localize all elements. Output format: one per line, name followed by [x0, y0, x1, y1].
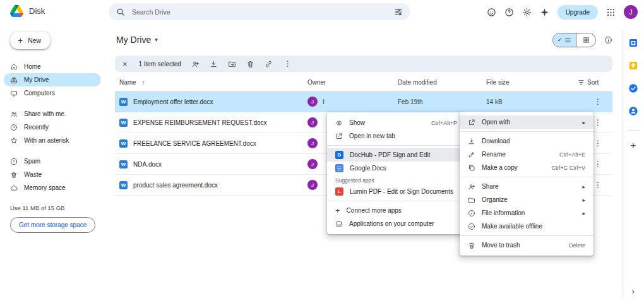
file-name: product sales agreement.docx: [133, 182, 218, 189]
new-button[interactable]: + New: [10, 32, 51, 49]
lumin-pdf-icon: L: [335, 187, 343, 196]
tasks-icon[interactable]: [628, 83, 638, 93]
calendar-icon[interactable]: [628, 38, 638, 48]
file-name: EXPENSE REIMBURSEMENT REQUEST.docx: [133, 119, 267, 126]
menu-item-share[interactable]: Share ▸: [460, 180, 593, 193]
row-more-icon[interactable]: ⋮: [592, 138, 604, 149]
sidebar: + New Home My Drive Computers Share with…: [0, 25, 109, 301]
sidebar-item-label: Spam: [24, 158, 40, 165]
sidebar-item-home[interactable]: Home: [4, 60, 101, 73]
apps-grid-icon[interactable]: [606, 8, 616, 17]
sidebar-item-trash[interactable]: Waste: [4, 168, 101, 181]
sidebar-item-my-drive[interactable]: My Drive: [4, 73, 101, 86]
offline-check-icon: [468, 223, 475, 230]
download-icon[interactable]: [210, 60, 218, 68]
menu-item-file-information[interactable]: File information ▸: [460, 206, 593, 220]
keep-icon[interactable]: [628, 61, 638, 71]
sidebar-item-label: With an asterisk: [24, 137, 69, 144]
search-bar[interactable]: [109, 3, 410, 20]
menu-item-apps-on-your-computer[interactable]: Applications on your computer: [327, 217, 465, 230]
menu-item-organize[interactable]: Organize ▸: [460, 193, 593, 206]
details-info-icon[interactable]: [604, 36, 612, 44]
column-header-name[interactable]: Name ↑: [115, 79, 306, 86]
sidebar-item-shared-with-me[interactable]: Share with me.: [4, 107, 101, 121]
shortcut-label: Ctrl+Alt+P: [417, 120, 457, 126]
trash-icon[interactable]: [246, 60, 254, 68]
drive-logo[interactable]: Disk: [10, 5, 45, 17]
owner-avatar: J: [307, 159, 318, 169]
search-options-icon[interactable]: [394, 8, 403, 16]
link-icon[interactable]: [265, 60, 273, 68]
upgrade-button[interactable]: Upgrade: [558, 5, 598, 20]
file-name: FREELANCE SERVICE AGREEMENT.docx: [133, 140, 256, 147]
row-more-icon[interactable]: ⋮: [592, 117, 604, 128]
column-header-file-size[interactable]: File size: [486, 79, 578, 86]
menu-item-open-with[interactable]: Open with ▸: [460, 115, 593, 129]
menu-item-open-in-new-tab[interactable]: Open in new tab: [327, 129, 465, 143]
suggested-apps-label: Suggested apps: [327, 175, 465, 185]
column-header-owner[interactable]: Owner: [306, 79, 398, 86]
menu-item-make-available-offline[interactable]: Make available offline: [460, 220, 593, 233]
menu-item-lumin-pdf[interactable]: L Lumin PDF - Edit or Sign Documents: [327, 185, 465, 198]
menu-item-rename[interactable]: Rename Ctrl+Alt+E: [460, 148, 593, 161]
move-to-folder-icon[interactable]: [228, 60, 236, 68]
sidebar-item-recent[interactable]: Recently: [4, 121, 101, 134]
search-icon[interactable]: [116, 8, 125, 16]
menu-item-move-to-trash[interactable]: Move to trash Delete: [460, 239, 593, 252]
sidebar-item-starred[interactable]: With an asterisk: [4, 134, 101, 147]
app-name: Disk: [29, 6, 45, 16]
sidebar-item-computers[interactable]: Computers: [4, 86, 101, 100]
row-more-icon[interactable]: ⋮: [592, 179, 604, 191]
column-header-date-modified[interactable]: Date modified: [398, 79, 486, 86]
list-view-button[interactable]: ✓: [553, 33, 576, 47]
google-docs-icon: [335, 164, 343, 172]
open-in-new-icon: [335, 133, 343, 140]
settings-icon[interactable]: [522, 8, 532, 17]
panel-divider: [628, 130, 639, 131]
file-row[interactable]: W Employment offer letter.docx J I Feb 1…: [115, 91, 612, 112]
share-user-icon: [468, 183, 475, 191]
sidebar-item-label: My Drive: [24, 76, 49, 83]
download-icon: [468, 138, 475, 145]
share-user-icon[interactable]: [191, 60, 200, 68]
sidebar-item-label: Recently: [24, 124, 49, 131]
contacts-icon[interactable]: [628, 106, 638, 116]
expand-panel-icon[interactable]: ›: [632, 286, 635, 296]
menu-item-connect-more-apps[interactable]: + Connect more apps: [327, 204, 465, 217]
more-actions-icon[interactable]: ⋮: [284, 60, 292, 68]
gemini-sparkle-icon[interactable]: [540, 8, 549, 17]
storage-usage: Use 11 MB of 15 GB: [10, 204, 109, 211]
menu-item-dochub[interactable]: D DocHub - PDF Sign and Edit: [327, 148, 465, 162]
add-panel-app-icon[interactable]: +: [631, 139, 636, 150]
row-more-icon[interactable]: ⋮: [592, 158, 604, 170]
word-file-icon: W: [119, 119, 128, 127]
star-icon: [10, 137, 18, 145]
selection-count: 1 item selected: [139, 61, 181, 68]
grid-view-button[interactable]: [576, 33, 595, 47]
rename-pencil-icon: [468, 151, 475, 158]
row-more-icon[interactable]: ⋮: [592, 96, 604, 107]
get-more-storage-button[interactable]: Get more storage space: [10, 217, 95, 233]
feedback-icon[interactable]: [487, 8, 496, 17]
search-input[interactable]: [131, 8, 388, 16]
menu-item-download[interactable]: Download: [460, 134, 593, 148]
account-avatar[interactable]: J: [624, 5, 638, 19]
google-drive-app: Disk Upgrade: [0, 0, 644, 301]
help-icon[interactable]: [504, 8, 514, 17]
topbar: Disk Upgrade: [0, 0, 644, 25]
sidebar-item-storage[interactable]: Memory space: [4, 181, 101, 194]
open-with-submenu: Show Ctrl+Alt+P Open in new tab D DocHub…: [327, 112, 465, 234]
submenu-arrow-icon: ▸: [568, 119, 585, 126]
menu-item-make-a-copy[interactable]: Make a copy Ctrl+C Ctrl+V: [460, 161, 593, 174]
word-file-icon: W: [119, 160, 128, 168]
sort-button[interactable]: Sort: [578, 79, 599, 86]
menu-item-show[interactable]: Show Ctrl+Alt+P: [327, 116, 465, 129]
topbar-actions: Upgrade J: [487, 0, 638, 24]
submenu-arrow-icon: ▸: [568, 197, 585, 203]
clear-selection-icon[interactable]: ×: [121, 59, 129, 69]
menu-item-google-docs[interactable]: Google Docs: [327, 162, 465, 175]
file-name: NDA.docx: [133, 161, 162, 168]
view-toggle: ✓: [552, 33, 596, 47]
sidebar-item-spam[interactable]: Spam: [4, 155, 101, 168]
page-title[interactable]: My Drive ▾: [116, 35, 158, 45]
